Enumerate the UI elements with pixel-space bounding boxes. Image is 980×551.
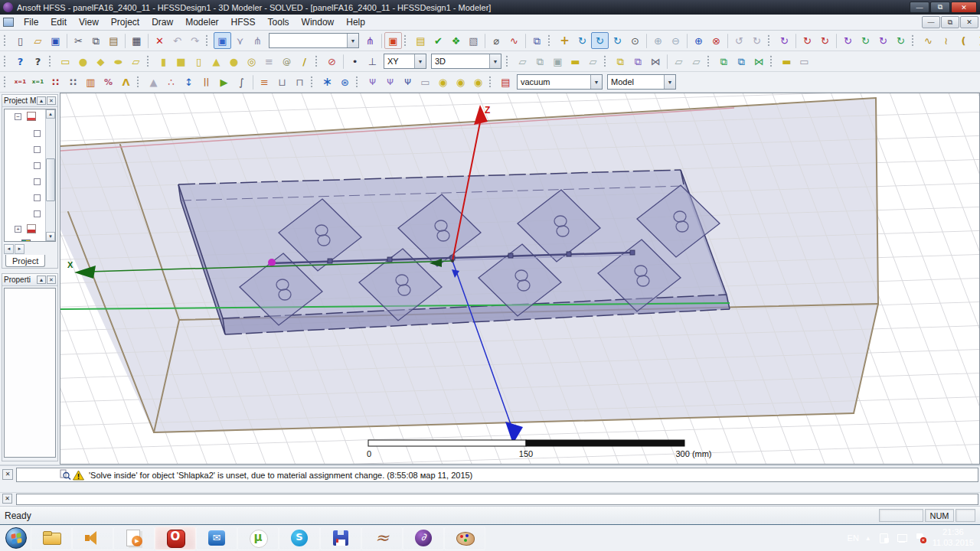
tree-expand-plus[interactable] xyxy=(34,194,41,201)
ic-zoomglass[interactable] xyxy=(488,32,505,49)
ic-copy[interactable] xyxy=(87,32,105,49)
ic-dpoly[interactable] xyxy=(92,53,109,70)
ic-vredo[interactable] xyxy=(748,32,766,49)
task-app-floppy[interactable] xyxy=(320,527,361,550)
ic-check[interactable] xyxy=(430,32,447,49)
message-splitter[interactable] xyxy=(0,484,980,493)
ic-cbar[interactable] xyxy=(82,73,100,90)
project-node-icon[interactable] xyxy=(27,112,36,121)
task-app-paint[interactable] xyxy=(444,527,485,550)
network-icon[interactable] xyxy=(896,532,908,544)
ic-dups[interactable] xyxy=(733,53,750,70)
close-icon[interactable]: ✕ xyxy=(2,494,12,504)
ic-layers[interactable] xyxy=(256,73,273,90)
ic-spiral[interactable] xyxy=(278,53,296,70)
ic-netrect[interactable] xyxy=(416,73,434,90)
task-app-explorer[interactable] xyxy=(31,527,72,550)
ic-face2[interactable] xyxy=(688,53,705,70)
ic-sweepline[interactable] xyxy=(296,53,313,70)
ic-scat2[interactable] xyxy=(64,73,82,90)
ic-scatter[interactable] xyxy=(47,73,64,90)
ic-net2[interactable] xyxy=(381,73,399,90)
ic-xe2[interactable] xyxy=(29,73,47,90)
ic-vundo[interactable] xyxy=(730,32,748,49)
ic-gs4[interactable] xyxy=(584,53,602,70)
ic-cols[interactable] xyxy=(198,73,215,90)
action-center-icon[interactable] xyxy=(914,532,926,544)
ic-cyl[interactable] xyxy=(155,53,172,70)
ic-integ[interactable] xyxy=(233,73,250,90)
ic-xe1[interactable] xyxy=(11,73,29,90)
ic-rotate-active[interactable] xyxy=(591,32,609,49)
scroll-up-icon[interactable]: ▲ xyxy=(46,109,55,119)
menu-tools[interactable]: Tools xyxy=(262,15,296,29)
ic-fitout[interactable] xyxy=(707,32,725,49)
results-node-icon[interactable] xyxy=(21,240,31,241)
ic-bulb1[interactable] xyxy=(434,73,452,90)
task-app-volume[interactable] xyxy=(72,527,113,550)
ic-anim5[interactable] xyxy=(892,32,910,49)
ic-dots[interactable] xyxy=(162,73,180,90)
view-combo[interactable]: 3D ▼ xyxy=(431,54,501,69)
tree-expand-plus[interactable] xyxy=(34,162,41,169)
ic-note[interactable] xyxy=(412,32,430,49)
collapse-icon[interactable]: ▲ xyxy=(37,96,46,105)
ic-pan[interactable] xyxy=(556,32,573,49)
ic-help1[interactable] xyxy=(11,53,29,70)
ic-curve4[interactable] xyxy=(972,32,980,49)
ic-sel-active[interactable] xyxy=(214,32,231,49)
ic-reg[interactable] xyxy=(190,53,207,70)
minimize-button[interactable]: — xyxy=(910,2,929,13)
ic-zoomout[interactable] xyxy=(667,32,684,49)
tree-vscrollbar[interactable]: ▲ ▼ xyxy=(45,109,55,241)
menu-help[interactable]: Help xyxy=(340,15,371,29)
ic-sphere[interactable] xyxy=(225,53,243,70)
ic-rotate1[interactable] xyxy=(573,32,591,49)
chevron-down-icon[interactable]: ▼ xyxy=(414,54,426,68)
ic-lambda[interactable] xyxy=(117,73,135,90)
ic-play[interactable] xyxy=(215,73,233,90)
ic-gs2[interactable] xyxy=(531,53,549,70)
ic-animx1[interactable] xyxy=(799,32,816,49)
task-app-media[interactable] xyxy=(113,527,155,550)
menu-draw[interactable]: Draw xyxy=(145,15,179,29)
ic-help2[interactable] xyxy=(29,53,47,70)
ic-dcirc[interactable] xyxy=(74,53,92,70)
task-app-designer[interactable] xyxy=(361,527,403,550)
restore-button[interactable]: ⧉ xyxy=(930,2,950,13)
modeler-3d-viewport[interactable]: X Z 0 150 300 (mm) xyxy=(60,93,980,465)
tree-expand-plus[interactable] xyxy=(34,178,41,185)
project-tree[interactable]: − + ▼ ▲ ▼ xyxy=(4,109,56,242)
ic-subtract[interactable] xyxy=(629,53,647,70)
tab-project[interactable]: Project xyxy=(5,255,45,267)
ic-pin[interactable] xyxy=(447,32,465,49)
ic-dup[interactable] xyxy=(528,32,546,49)
close-icon[interactable]: ✕ xyxy=(2,469,13,480)
tree-hscrollbar[interactable]: ◄ ► xyxy=(4,243,56,254)
ic-cone[interactable] xyxy=(207,53,225,70)
menu-window[interactable]: Window xyxy=(296,15,341,29)
tree-expand-plus[interactable]: + xyxy=(15,226,21,233)
ic-updown[interactable] xyxy=(180,73,198,90)
ic-anim1[interactable] xyxy=(776,32,793,49)
close-icon[interactable]: ✕ xyxy=(47,96,56,105)
close-icon[interactable]: ✕ xyxy=(47,276,56,284)
scroll-right-icon[interactable]: ► xyxy=(15,244,24,254)
ic-doc[interactable] xyxy=(465,32,482,49)
ic-zoomin[interactable] xyxy=(649,32,667,49)
ic-gpair[interactable] xyxy=(567,53,584,70)
tree-expand-plus[interactable] xyxy=(34,146,41,153)
definitions-node-icon[interactable] xyxy=(27,224,36,233)
ic-unite[interactable] xyxy=(612,53,629,70)
ic-bulb2[interactable] xyxy=(452,73,469,90)
ic-nonmodel[interactable] xyxy=(323,53,341,70)
ic-sel-edge[interactable] xyxy=(231,32,249,49)
task-app-mail[interactable] xyxy=(196,527,237,550)
ic-hill[interactable] xyxy=(145,73,162,90)
task-app-hfss[interactable] xyxy=(403,527,444,550)
ic-torus[interactable] xyxy=(243,53,260,70)
selection-combo[interactable]: ▼ xyxy=(269,33,359,48)
ic-point[interactable] xyxy=(346,53,364,70)
ic-lift2[interactable] xyxy=(291,73,309,90)
ic-dupm[interactable] xyxy=(750,53,768,70)
